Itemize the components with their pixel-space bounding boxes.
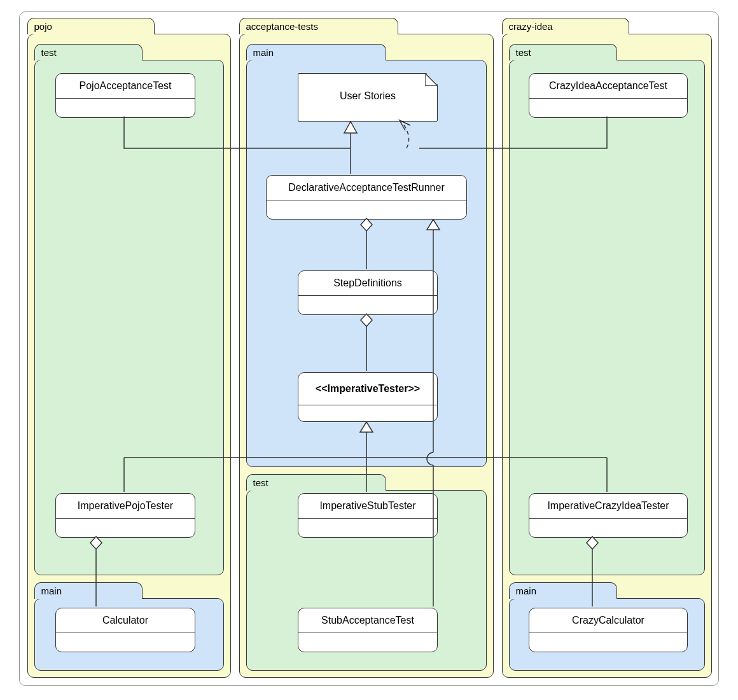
- package-pojo-test: test PojoAcceptanceTest ImperativePojoTe…: [34, 60, 224, 575]
- package-pojo-tab: pojo: [27, 18, 155, 34]
- class-title: DeclarativeAcceptanceTestRunner: [267, 176, 466, 200]
- package-pojo-main-tab: main: [34, 582, 143, 599]
- class-crazy-idea-acceptance-test: CrazyIdeaAcceptanceTest: [529, 73, 688, 118]
- package-crazy-idea-tab: crazy-idea: [502, 18, 629, 34]
- package-crazy-main-tab: main: [509, 582, 617, 599]
- package-crazy-test-tab: test: [509, 44, 617, 60]
- package-acceptance-main-tab: main: [246, 44, 386, 60]
- package-crazy-idea: crazy-idea test CrazyIdeaAcceptanceTest …: [502, 34, 712, 678]
- class-imperative-pojo-tester: ImperativePojoTester: [55, 493, 195, 538]
- class-title: ImperativePojoTester: [56, 494, 195, 519]
- note-user-stories: User Stories: [298, 73, 438, 122]
- class-crazy-calculator: CrazyCalculator: [529, 608, 688, 652]
- diagram-frame: pojo test PojoAcceptanceTest ImperativeP…: [19, 11, 719, 686]
- note-title: User Stories: [298, 74, 437, 108]
- class-step-definitions: StepDefinitions: [298, 270, 438, 315]
- package-acceptance-test-tab: test: [246, 474, 386, 491]
- class-title: ImperativeStubTester: [298, 494, 437, 519]
- package-pojo-test-tab: test: [34, 44, 143, 60]
- class-title: StubAcceptanceTest: [298, 608, 437, 633]
- class-title: StepDefinitions: [298, 271, 437, 296]
- class-calculator: Calculator: [55, 608, 195, 652]
- class-stub-acceptance-test: StubAcceptanceTest: [298, 608, 438, 652]
- class-imperative-crazy-idea-tester: ImperativeCrazyIdeaTester: [529, 493, 688, 538]
- package-acceptance-tests: acceptance-tests main User Stories Decla…: [239, 34, 494, 678]
- class-imperative-tester: <<ImperativeTester>>: [298, 372, 438, 422]
- package-acceptance-main: main User Stories DeclarativeAcceptanceT…: [246, 60, 487, 467]
- package-pojo-main: main Calculator: [34, 598, 224, 671]
- package-crazy-main: main CrazyCalculator: [509, 598, 705, 671]
- class-title: ImperativeCrazyIdeaTester: [529, 494, 687, 519]
- class-title: CrazyCalculator: [529, 608, 687, 633]
- class-declarative-runner: DeclarativeAcceptanceTestRunner: [266, 175, 467, 220]
- class-title: CrazyIdeaAcceptanceTest: [529, 74, 687, 99]
- package-acceptance-test: test ImperativeStubTester StubAcceptance…: [246, 490, 487, 671]
- class-imperative-stub-tester: ImperativeStubTester: [298, 493, 438, 538]
- package-pojo: pojo test PojoAcceptanceTest ImperativeP…: [27, 34, 231, 678]
- class-pojo-acceptance-test: PojoAcceptanceTest: [55, 73, 195, 118]
- class-title: PojoAcceptanceTest: [56, 74, 195, 99]
- package-acceptance-tests-tab: acceptance-tests: [239, 18, 398, 34]
- package-crazy-test: test CrazyIdeaAcceptanceTest ImperativeC…: [509, 60, 705, 575]
- class-title: Calculator: [56, 608, 195, 633]
- class-title: <<ImperativeTester>>: [298, 373, 437, 405]
